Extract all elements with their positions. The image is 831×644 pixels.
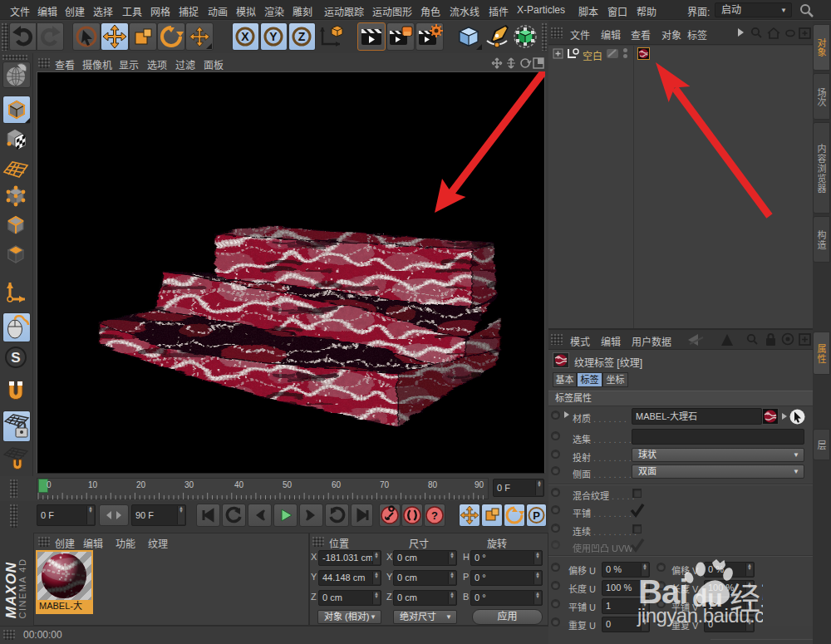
- svg-text:Z: Z: [298, 30, 306, 43]
- svg-text:X: X: [241, 30, 249, 43]
- svg-text:S: S: [11, 350, 20, 366]
- svg-text:?: ?: [431, 509, 438, 522]
- svg-text:P: P: [533, 509, 540, 522]
- svg-text:Y: Y: [269, 30, 278, 43]
